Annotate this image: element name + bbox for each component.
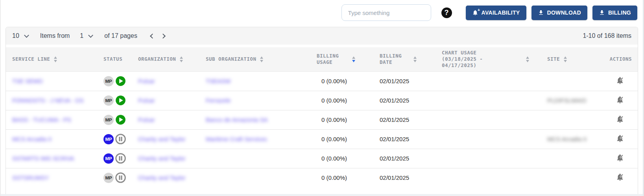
search-input[interactable] — [348, 9, 426, 16]
play-icon[interactable] — [115, 114, 126, 125]
mp-status-badge: MP — [103, 134, 114, 144]
chevron-down-icon[interactable] — [24, 33, 29, 38]
edit-notification-icon[interactable] — [616, 137, 624, 144]
billing-usage-value: 0 (0.00%) — [310, 149, 373, 168]
sort-icon[interactable] — [526, 56, 529, 62]
edit-notification-icon[interactable] — [616, 157, 624, 163]
pause-icon[interactable] — [115, 172, 126, 183]
page: ? + AVAILABILITY DOWNLOAD BILLING — [0, 0, 644, 196]
billing-button-label: BILLING — [608, 9, 631, 16]
sort-icon[interactable] — [180, 56, 183, 62]
service-line-link[interactable]: TSE SEMO — [12, 78, 43, 85]
chart-usage-value — [435, 149, 541, 168]
pages-count-label: of 17 pages — [104, 32, 137, 39]
mp-status-badge: MP — [103, 153, 114, 164]
download-icon — [599, 9, 605, 16]
help-icon[interactable]: ? — [441, 7, 452, 18]
top-toolbar: ? + AVAILABILITY DOWNLOAD BILLING — [1, 0, 643, 25]
sub-organization-link[interactable]: TSEASW — [206, 78, 231, 85]
organization-link[interactable]: Pulsar — [138, 97, 155, 104]
edit-notification-icon[interactable] — [616, 79, 624, 86]
organization-link[interactable]: Charity and Taylor — [138, 136, 186, 143]
column-header-organization[interactable]: ORGANIZATION — [132, 47, 199, 71]
service-line-link[interactable]: BASS - TUCUMA - PS — [12, 116, 71, 123]
next-page-icon[interactable] — [161, 34, 166, 39]
edit-notification-icon[interactable] — [616, 118, 624, 125]
column-header-status: STATUS — [97, 47, 132, 71]
data-table: SERVICE LINE STATUS ORGANIZATION SUB ORG… — [6, 47, 638, 187]
mp-status-badge: MP — [103, 173, 114, 183]
table-row: MCS Arcadia II MP Charity and Taylor Mar… — [6, 129, 638, 149]
divider — [1, 194, 643, 196]
table-row: SSTSRUMSY MP Charity and Taylor 0 (0.00%… — [6, 168, 638, 187]
table-card: 10 Items from 1 of 17 pages 1-10 of 168 … — [6, 27, 638, 194]
column-header-sub-organization[interactable]: SUB ORGANIZATION — [199, 47, 310, 71]
organization-link[interactable]: Charity and Taylor — [138, 174, 186, 181]
table-row: SSTARTS IMS SCRIVA MP Charity and Taylor… — [6, 149, 638, 168]
edit-notification-icon[interactable] — [616, 176, 624, 183]
mp-status-badge: MP — [103, 115, 114, 125]
availability-button[interactable]: + AVAILABILITY — [466, 6, 526, 20]
table-row: FONNOSTS - J NEVA - DS MP Pulsar Ferraze… — [6, 91, 638, 110]
edit-notification-icon[interactable] — [616, 99, 624, 105]
sub-organization-link[interactable]: Maritime Craft Services — [206, 136, 267, 143]
sub-organization-link[interactable]: Ferrazele — [206, 97, 231, 104]
sort-icon[interactable] — [413, 56, 417, 62]
table-header-row: SERVICE LINE STATUS ORGANIZATION SUB ORG… — [6, 47, 638, 71]
previous-page-icon[interactable] — [150, 34, 155, 39]
service-line-link[interactable]: FONNOSTS - J NEVA - DS — [12, 97, 83, 104]
column-header-chart-usage[interactable]: CHART USAGE (03/18/2025 - 04/17/2025) — [435, 47, 541, 71]
chart-usage-value — [435, 110, 541, 129]
column-header-billing-usage[interactable]: BILLING USAGE — [310, 47, 373, 71]
billing-date-value: 02/01/2025 — [373, 149, 435, 168]
billing-date-value: 02/01/2025 — [373, 129, 435, 149]
sort-icon[interactable] — [260, 56, 263, 62]
chart-usage-value — [435, 129, 541, 149]
divider — [6, 45, 638, 47]
play-icon[interactable] — [115, 95, 126, 106]
column-header-service-line[interactable]: SERVICE LINE — [6, 47, 97, 71]
column-header-actions: ACTIONS — [599, 47, 638, 71]
service-line-link[interactable]: MCS Arcadia II — [12, 136, 52, 143]
chevron-down-icon[interactable] — [88, 33, 93, 38]
availability-button-label: AVAILABILITY — [482, 9, 520, 16]
billing-usage-value: 0 (0.00%) — [310, 168, 373, 187]
pagination-bar: 10 Items from 1 of 17 pages 1-10 of 168 … — [6, 27, 638, 45]
billing-button[interactable]: BILLING — [592, 6, 637, 20]
sort-icon[interactable] — [564, 56, 567, 62]
site-value: MCS Arcadia II — [547, 136, 587, 142]
sub-organization-link[interactable]: Banco de Amazonia SA — [206, 116, 268, 123]
organization-link[interactable]: Pulsar — [138, 116, 155, 123]
chart-usage-value — [435, 168, 541, 187]
sort-icon-active[interactable] — [352, 56, 355, 62]
column-header-site[interactable]: SITE — [541, 47, 599, 71]
billing-date-value: 02/01/2025 — [373, 71, 435, 91]
service-line-link[interactable]: SSTARTS IMS SCRIVA — [12, 155, 74, 162]
column-header-billing-date[interactable]: BILLING DATE — [373, 47, 435, 71]
play-icon[interactable] — [115, 76, 126, 86]
mp-status-badge: MP — [103, 76, 114, 86]
items-range-label: 1-10 of 168 items — [583, 32, 631, 39]
mp-status-badge: MP — [103, 95, 114, 106]
pause-icon[interactable] — [115, 134, 126, 144]
billing-usage-value: 0 (0.00%) — [310, 91, 373, 110]
service-line-link[interactable]: SSTSRUMSY — [12, 174, 49, 181]
table-row: BASS - TUCUMA - PS MP Pulsar Banco de Am… — [6, 110, 638, 129]
pause-icon[interactable] — [115, 153, 126, 164]
download-icon — [538, 9, 544, 16]
items-from-label: Items from — [40, 32, 70, 39]
bell-plus-icon: + — [472, 9, 478, 16]
billing-usage-value: 0 (0.00%) — [310, 71, 373, 91]
billing-usage-value: 0 (0.00%) — [310, 110, 373, 129]
site-value: PLDIFSLMAIO — [547, 97, 586, 104]
page-select[interactable]: 1 — [80, 32, 83, 39]
billing-date-value: 02/01/2025 — [373, 168, 435, 187]
download-button[interactable]: DOWNLOAD — [531, 6, 587, 20]
search-box[interactable] — [341, 4, 431, 21]
page-size-select[interactable]: 10 — [12, 32, 19, 39]
organization-link[interactable]: Pulsar — [138, 78, 155, 85]
organization-link[interactable]: Charity and Taylor — [138, 155, 186, 162]
billing-date-value: 02/01/2025 — [373, 91, 435, 110]
sort-icon[interactable] — [54, 56, 57, 62]
billing-usage-value: 0 (0.00%) — [310, 129, 373, 149]
